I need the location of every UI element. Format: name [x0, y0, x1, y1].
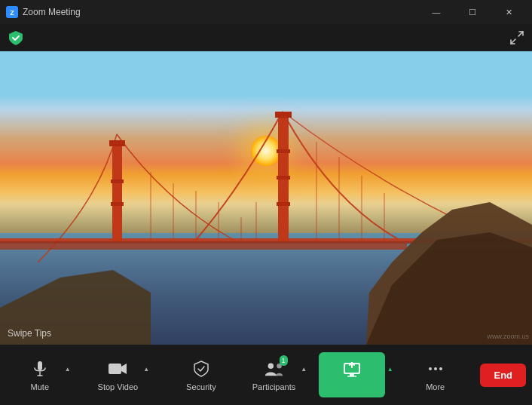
participants-count: 1 — [280, 355, 288, 366]
svg-point-43 — [439, 367, 442, 370]
title-bar: Z Zoom Meeting — ☐ ✕ — [0, 0, 532, 24]
mute-icon — [29, 358, 50, 379]
sub-bar — [0, 24, 532, 51]
share-screen-button[interactable]: Share Screen — [319, 352, 384, 397]
participants-button[interactable]: 1 Participants — [249, 354, 298, 396]
video-background: Swipe Tips — [0, 51, 532, 345]
video-caret[interactable]: ▲ — [141, 358, 151, 379]
participants-group: 1 Participants ▲ — [240, 354, 319, 396]
svg-rect-15 — [277, 149, 290, 153]
minimize-button[interactable]: — — [419, 0, 454, 24]
mute-label: Mute — [31, 382, 49, 391]
mute-caret[interactable]: ▲ — [63, 358, 73, 379]
swipe-tips-label: Swipe Tips — [8, 328, 51, 339]
fullscreen-icon — [509, 30, 524, 45]
security-group: Security — [162, 354, 240, 396]
maximize-button[interactable]: ☐ — [455, 0, 490, 24]
security-icon — [191, 358, 212, 379]
svg-rect-12 — [111, 202, 124, 206]
more-label: More — [426, 382, 445, 391]
mute-group: Mute ▲ — [6, 354, 84, 396]
svg-point-42 — [434, 367, 437, 370]
svg-rect-10 — [109, 140, 125, 146]
stop-video-label: Stop Video — [98, 382, 139, 391]
end-button[interactable]: End — [480, 364, 526, 387]
security-shield-icon-wrap — [8, 29, 24, 46]
svg-rect-11 — [111, 179, 124, 183]
more-icon — [425, 358, 446, 379]
window-controls: — ☐ ✕ — [419, 0, 526, 24]
svg-rect-20 — [0, 244, 407, 250]
close-button[interactable]: ✕ — [491, 0, 526, 24]
share-screen-caret[interactable]: ▲ — [385, 358, 396, 379]
video-icon — [107, 358, 128, 379]
svg-marker-33 — [121, 364, 127, 374]
video-area: Swipe Tips — [0, 51, 532, 345]
participants-label: Participants — [252, 382, 295, 391]
toolbar: Mute ▲ Stop Video ▲ Security — [0, 345, 532, 405]
security-label: Security — [186, 382, 216, 391]
stop-video-group: Stop Video ▲ — [84, 354, 163, 396]
bridge-svg — [0, 51, 532, 345]
svg-line-2 — [518, 32, 523, 36]
stop-video-button[interactable]: Stop Video — [95, 354, 142, 396]
mute-button[interactable]: Mute — [17, 354, 63, 396]
security-button[interactable]: Security — [179, 354, 224, 396]
svg-line-3 — [511, 39, 515, 44]
participants-icon: 1 — [264, 358, 285, 379]
svg-point-34 — [268, 364, 273, 369]
share-screen-icon — [341, 358, 362, 379]
window-title: Zoom Meeting — [23, 7, 81, 17]
zoom-logo-icon: Z — [6, 6, 18, 18]
more-group: More — [396, 354, 475, 396]
title-bar-left: Z Zoom Meeting — [6, 6, 81, 18]
share-screen-label: Share Screen — [326, 382, 377, 391]
svg-text:Z: Z — [10, 9, 14, 17]
participants-caret[interactable]: ▲ — [298, 358, 309, 379]
svg-rect-9 — [112, 142, 122, 241]
share-screen-group: Share Screen ▲ — [318, 352, 396, 397]
svg-rect-14 — [275, 112, 292, 118]
more-button[interactable]: More — [413, 354, 458, 396]
shield-icon — [8, 29, 24, 46]
fullscreen-button[interactable] — [509, 30, 524, 45]
svg-rect-32 — [109, 364, 121, 374]
svg-point-41 — [429, 367, 432, 370]
watermark: www.zoom.us — [487, 333, 529, 340]
svg-rect-29 — [38, 361, 42, 370]
svg-rect-17 — [277, 202, 290, 206]
svg-rect-16 — [277, 176, 290, 179]
